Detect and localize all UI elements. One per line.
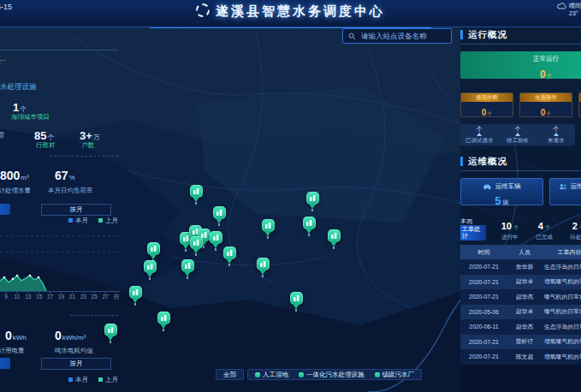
divider — [0, 50, 118, 50]
vehicles-label: 运维车辆 — [495, 182, 521, 191]
map-marker[interactable] — [189, 185, 203, 205]
pin-stem — [134, 303, 136, 306]
station-pin-icon — [147, 242, 160, 255]
stat-sponge-city-label: 海绵城市项目 — [11, 113, 50, 122]
table-cell: 曝气机的日常巡检 — [542, 289, 581, 305]
map-marker[interactable] — [302, 217, 316, 236]
map-marker[interactable] — [146, 242, 160, 262]
table-row[interactable]: 2020-07-21陈文超增氧曝气机的常规维护 — [460, 349, 581, 365]
table-cell: 赵华卓 — [507, 305, 542, 320]
weather-temp: 23° — [569, 9, 581, 17]
header-date: 6-15 — [0, 3, 12, 11]
search-box[interactable] — [342, 28, 452, 44]
stat-energy-used-label: 累计用电量 — [0, 347, 25, 355]
tab-monthly[interactable]: 按月 — [41, 204, 111, 216]
treatment-facility-label: 水处理设施 — [0, 82, 37, 92]
table-row[interactable]: 2020-07-21赵华卓增氧曝气机的常规维护 — [460, 275, 581, 290]
station-pin-icon — [213, 206, 226, 219]
map-marker[interactable] — [143, 260, 157, 280]
map-marker[interactable] — [128, 286, 142, 306]
section-title: 运维概况 — [468, 156, 507, 168]
legend-last-month: 上月 — [98, 376, 118, 384]
search-icon — [348, 33, 356, 40]
station-pin-icon — [306, 192, 319, 205]
pin-stem — [311, 209, 313, 211]
pin-stem — [308, 234, 310, 236]
legend-item[interactable]: 一体化污水处理设施 — [299, 371, 365, 379]
personnel-label: 运维人员 — [571, 182, 581, 191]
map-marker[interactable] — [189, 236, 203, 256]
map-marker[interactable] — [256, 258, 270, 277]
legend-marker-icon — [375, 372, 380, 377]
table-row[interactable]: 2020-06-11赵华杰生态浮岛的日常维护 — [460, 319, 581, 335]
alert-boxes: 通讯中断 0个 水质异常 0个 — [460, 92, 581, 117]
map-marker[interactable] — [222, 246, 236, 266]
legend-this-month: 本月 — [68, 376, 88, 384]
table-row[interactable]: 2020-07-21曾虾仔增氧曝气机的常规维护 — [460, 335, 581, 350]
search-input[interactable] — [359, 31, 446, 41]
water-trend-chart[interactable]: 9111315171921232527日 — [0, 224, 122, 301]
table-header-row: 时间 人员 工单内容 — [460, 245, 581, 259]
tab-daily-active[interactable] — [0, 358, 10, 369]
pin-stem — [203, 246, 205, 248]
pin-stem — [187, 276, 188, 279]
people-icon — [559, 183, 567, 190]
station-pin-icon — [181, 259, 194, 272]
accent-bar — [460, 30, 463, 39]
pin-stem — [295, 309, 297, 312]
map-marker[interactable] — [157, 312, 170, 331]
svg-text:17: 17 — [47, 294, 54, 300]
left-panel: 厂 水处理设施 1个 海绵城市项目 量 85个 行政村 3+万 户数 800m³… — [0, 26, 122, 392]
status-column: 个 未通水 — [537, 124, 575, 146]
legend-item[interactable]: 镇级污水厂 — [375, 371, 415, 379]
personnel-box[interactable]: 运维人员 — [549, 178, 581, 205]
car-icon — [483, 183, 492, 190]
tab-daily-active[interactable] — [0, 204, 10, 215]
map-marker[interactable] — [212, 206, 226, 226]
table-cell: 赵华杰 — [507, 319, 542, 335]
map-marker[interactable] — [289, 292, 303, 312]
alert-box[interactable]: 通讯中断 0个 — [460, 92, 513, 117]
tab-monthly[interactable]: 按月 — [41, 358, 111, 370]
map-marker[interactable] — [305, 192, 319, 211]
svg-text:25: 25 — [92, 294, 98, 300]
table-row[interactable]: 2020-07-21詹华群生态浮岛的日常维护 — [460, 259, 581, 275]
col-time: 时间 — [460, 245, 507, 259]
table-cell: 曝气机的日常巡检 — [542, 305, 581, 320]
table-row[interactable]: 2020-05-06赵华卓曝气机的日常巡检 — [460, 305, 581, 320]
tab-weekly-workorders[interactable]: 本周 工单统计 — [460, 217, 486, 236]
weather-widget: 晴间多云 23° — [557, 2, 581, 17]
map-marker[interactable] — [261, 219, 275, 239]
table-cell: 2020-06-11 — [460, 319, 507, 335]
up-arrow-icon — [554, 133, 559, 136]
stat-energy-per-ton-label: 吨水电耗均值 — [55, 347, 93, 355]
table-cell: 增氧曝气机的常规维护 — [542, 335, 581, 350]
divider — [460, 44, 581, 45]
map-marker[interactable] — [181, 259, 194, 279]
pin-stem — [215, 248, 216, 251]
divider — [460, 170, 581, 171]
logo-icon — [196, 3, 210, 17]
alert-box[interactable]: 水质异常 0个 — [519, 92, 572, 117]
map-marker[interactable] — [327, 229, 341, 249]
stat-load-rate-label: 本月日均负荷率 — [48, 187, 93, 195]
station-pin-icon — [157, 312, 170, 324]
legend-item[interactable]: 人工湿地 — [255, 371, 288, 379]
map-marker[interactable] — [209, 231, 222, 251]
station-pin-icon — [290, 292, 303, 305]
svg-text:23: 23 — [80, 294, 87, 300]
svg-text:21: 21 — [69, 294, 76, 300]
vehicles-box[interactable]: 运维车辆 5辆 — [460, 178, 543, 205]
normal-running-value: 0 — [540, 68, 546, 80]
table-cell: 生态浮岛的日常维护 — [542, 319, 581, 335]
svg-text:日: 日 — [114, 294, 120, 300]
table-row[interactable]: 2020-07-21赵华杰曝气机的日常巡检 — [460, 289, 581, 305]
normal-running-box[interactable]: 正常运行 0个 — [460, 51, 581, 79]
pin-stem — [267, 236, 269, 239]
vehicles-value: 5 — [495, 194, 501, 207]
col-person: 人员 — [507, 245, 542, 259]
pin-stem — [218, 223, 220, 226]
legend-marker-icon — [255, 372, 260, 377]
right-panel: 运行概况 正常运行 0个 通讯中断 0个 水质异常 0个 — [460, 19, 581, 392]
legend-all-button[interactable]: 全部 — [216, 369, 244, 380]
